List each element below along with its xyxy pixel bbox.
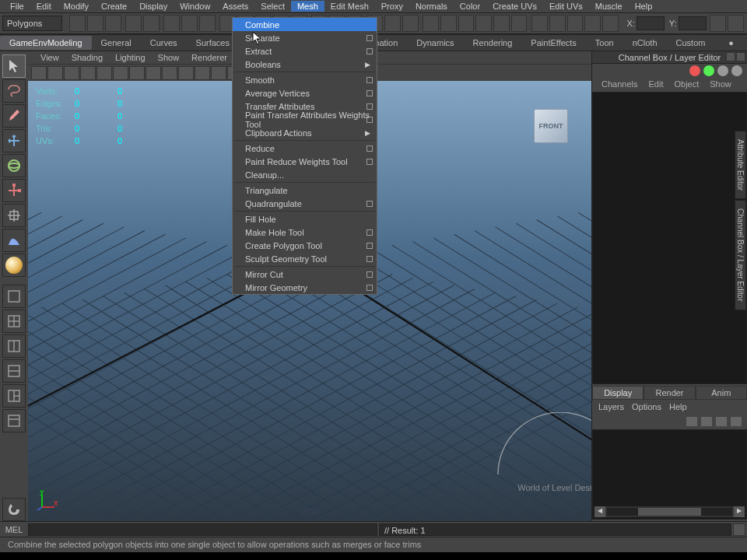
layout-three[interactable] (2, 384, 26, 408)
layout-icon[interactable] (511, 15, 528, 32)
layout-icon[interactable] (458, 15, 475, 32)
shelf-tab-dynamics[interactable]: Dynamics (407, 36, 463, 50)
render-settings-icon[interactable] (402, 15, 419, 32)
move-tool[interactable] (2, 129, 26, 152)
new-layer-icon[interactable] (730, 416, 742, 427)
select-hierarchy-icon[interactable] (163, 15, 180, 32)
channel-toggle-icon[interactable] (731, 65, 742, 76)
panel-menu-shading[interactable]: Shading (65, 52, 109, 63)
layout-single[interactable] (2, 285, 26, 308)
toggle-icon[interactable] (584, 15, 601, 32)
menu-select[interactable]: Select (254, 1, 291, 12)
shelf-tab-ncloth[interactable]: nCloth (623, 36, 667, 50)
last-tool[interactable] (2, 498, 26, 521)
menu-item-sculpt-geometry-tool[interactable]: Sculpt Geometry Tool (233, 252, 377, 265)
menu-file[interactable]: File (4, 1, 30, 12)
panel-tool-icon[interactable] (113, 66, 128, 80)
menu-item-paint-transfer-attributes-weights-tool[interactable]: Paint Transfer Attributes Weights Tool (233, 113, 377, 126)
cb-menu-channels[interactable]: Channels (596, 78, 643, 92)
option-box-icon[interactable] (366, 285, 373, 291)
menu-help[interactable]: Help (629, 1, 659, 12)
option-box-icon[interactable] (366, 117, 373, 123)
menu-proxy[interactable]: Proxy (375, 1, 409, 12)
close-icon[interactable] (726, 52, 735, 61)
show-manip-tool[interactable] (2, 254, 26, 277)
menu-item-booleans[interactable]: Booleans▶ (233, 58, 377, 71)
toggle-icon[interactable] (531, 15, 548, 32)
panel-tool-icon[interactable] (146, 66, 161, 80)
menu-create[interactable]: Create (95, 1, 133, 12)
shelf-tab-painteffects[interactable]: PaintEffects (521, 36, 586, 50)
menu-edit-mesh[interactable]: Edit Mesh (324, 1, 375, 12)
option-box-icon[interactable] (366, 35, 373, 41)
layer-menu-help[interactable]: Help (669, 402, 687, 411)
panel-menu-view[interactable]: View (34, 52, 65, 63)
option-box-icon[interactable] (366, 229, 373, 236)
menu-window[interactable]: Window (174, 1, 216, 12)
menu-create-uvs[interactable]: Create UVs (486, 1, 543, 12)
panel-tool-icon[interactable] (31, 66, 47, 80)
menu-item-clipboard-actions[interactable]: Clipboard Actions▶ (233, 126, 377, 139)
panel-tool-icon[interactable] (178, 66, 194, 80)
menu-color[interactable]: Color (454, 1, 486, 12)
redo-icon[interactable] (143, 15, 160, 32)
new-layer-icon[interactable] (715, 416, 728, 427)
menu-item-combine[interactable]: Combine (233, 18, 377, 31)
toggle-icon[interactable] (602, 15, 619, 32)
layer-tab-display[interactable]: Display (592, 386, 644, 400)
option-box-icon[interactable] (366, 103, 373, 110)
panel-tool-icon[interactable] (47, 66, 63, 80)
menu-item-mirror-geometry[interactable]: Mirror Geometry (233, 281, 377, 294)
option-box-icon[interactable] (366, 201, 373, 207)
paint-select-tool[interactable] (2, 104, 26, 128)
shelf-tab-custom[interactable]: Custom (667, 36, 715, 50)
menu-muscle[interactable]: Muscle (589, 1, 629, 12)
select-tool[interactable] (2, 54, 26, 78)
option-box-icon[interactable] (366, 48, 373, 54)
layer-list[interactable]: ◀▶ (592, 429, 747, 520)
new-layer-icon[interactable] (700, 416, 713, 427)
select-object-icon[interactable] (181, 15, 198, 32)
close-icon[interactable] (736, 52, 745, 61)
panel-tool-icon[interactable] (80, 66, 96, 80)
save-scene-icon[interactable] (105, 15, 121, 32)
shelf-tab-gameenvmodeling[interactable]: GameEnvModeling (0, 36, 92, 50)
layout-two-v[interactable] (2, 334, 26, 358)
panel-tool-icon[interactable] (96, 66, 112, 80)
panel-menu-lighting[interactable]: Lighting (109, 52, 152, 63)
side-tab-attribute-editor[interactable]: Attribute Editor (735, 131, 746, 199)
option-box-icon[interactable] (366, 243, 373, 249)
cb-menu-edit[interactable]: Edit (643, 78, 668, 92)
menu-mesh[interactable]: Mesh (291, 1, 324, 12)
menu-assets[interactable]: Assets (216, 1, 254, 12)
menu-item-separate[interactable]: Separate (233, 31, 377, 44)
scroll-left-icon[interactable]: ◀ (594, 506, 605, 517)
option-box-icon[interactable] (366, 77, 373, 83)
menu-item-smooth[interactable]: Smooth (233, 73, 377, 86)
option-box-icon[interactable] (366, 271, 373, 278)
shelf-tab-general[interactable]: General (92, 36, 141, 50)
scroll-right-icon[interactable]: ▶ (734, 506, 745, 517)
universal-manip-tool[interactable] (2, 204, 26, 227)
menu-item-extract[interactable]: Extract (233, 44, 377, 58)
select-component-icon[interactable] (199, 15, 216, 32)
script-editor-icon[interactable] (733, 523, 745, 536)
option-box-icon[interactable] (366, 145, 373, 152)
channel-toggle-icon[interactable] (703, 65, 714, 76)
open-scene-icon[interactable] (87, 15, 103, 32)
shelf-tab-surfaces[interactable]: Surfaces (187, 36, 239, 50)
menu-edit-uvs[interactable]: Edit UVs (543, 1, 589, 12)
layer-tab-render[interactable]: Render (644, 386, 695, 400)
layout-two-h[interactable] (2, 359, 26, 383)
menu-normals[interactable]: Normals (409, 1, 454, 12)
menu-item-quadrangulate[interactable]: Quadrangulate (233, 197, 377, 210)
toggle-icon[interactable] (567, 15, 584, 32)
layer-tab-anim[interactable]: Anim (696, 386, 747, 400)
menu-item-paint-reduce-weights-tool[interactable]: Paint Reduce Weights Tool (233, 155, 377, 168)
new-layer-icon[interactable] (686, 416, 698, 427)
menu-modify[interactable]: Modify (58, 1, 95, 12)
menu-item-mirror-cut[interactable]: Mirror Cut (233, 268, 377, 281)
option-box-icon[interactable] (366, 159, 373, 165)
panel-tool-icon[interactable] (129, 66, 145, 80)
menu-set-dropdown[interactable]: Polygons (2, 16, 62, 31)
